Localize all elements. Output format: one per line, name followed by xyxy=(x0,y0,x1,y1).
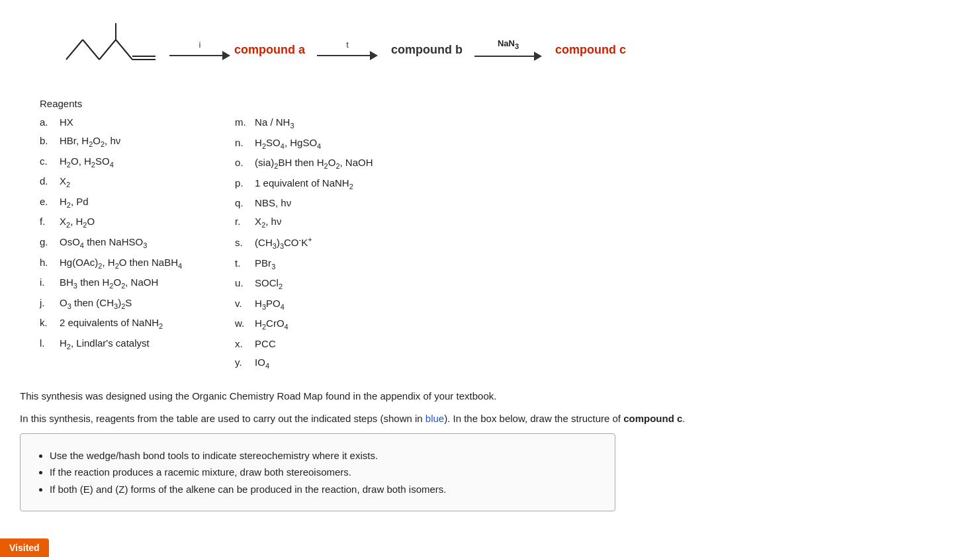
reagent-row: v.H3PO4 xyxy=(235,296,373,314)
reagent-letter: q. xyxy=(235,195,249,211)
nan3-label: NaN3 xyxy=(498,38,519,50)
reagent-row: g.OsO4 then NaHSO3 xyxy=(40,234,182,252)
svg-line-0 xyxy=(66,40,83,60)
reagents-right-col: m.Na / NH3n.H2SO4, HgSO4o.(sia)2BH then … xyxy=(235,114,373,372)
reagents-section: Reagents a.HXb.HBr, H2O2, hνc.H2O, H2SO4… xyxy=(40,98,960,372)
reagent-text: H2SO4, HgSO4 xyxy=(255,135,321,153)
reagent-letter: e. xyxy=(40,194,54,210)
reagent-letter: m. xyxy=(235,114,249,130)
reagent-letter: r. xyxy=(235,214,249,230)
reagent-row: q.NBS, hν xyxy=(235,195,373,211)
reagent-letter: j. xyxy=(40,295,54,311)
reagent-row: p.1 equivalent of NaNH2 xyxy=(235,175,373,193)
reagent-row: m.Na / NH3 xyxy=(235,114,373,132)
reagent-text: X2, H2O xyxy=(60,214,95,232)
reagents-title: Reagents xyxy=(40,98,960,109)
reagent-text: H2O, H2SO4 xyxy=(60,153,114,171)
reagent-row: e.H2, Pd xyxy=(40,194,182,212)
reagent-text: HX xyxy=(60,114,73,130)
compound-b-label: compound b xyxy=(391,43,463,57)
reagent-text: H2CrO4 xyxy=(255,316,289,333)
reagent-row: x.PCC xyxy=(235,336,373,352)
compound-c-label: compound c xyxy=(555,43,626,57)
visited-badge: Visited xyxy=(0,538,49,557)
reagent-text: (sia)2BH then H2O2, NaOH xyxy=(255,155,373,173)
draw-instruction: If the reaction produces a racemic mixtu… xyxy=(50,464,599,481)
reagent-row: s.(CH3)3CO-K+ xyxy=(235,234,373,253)
reagent-letter: h. xyxy=(40,255,54,271)
reagents-columns: a.HXb.HBr, H2O2, hνc.H2O, H2SO4d.X2e.H2,… xyxy=(40,114,960,372)
reagent-letter: x. xyxy=(235,336,249,352)
reagent-text: X2, hν xyxy=(255,214,281,232)
reagent-letter: c. xyxy=(40,153,54,169)
reagent-row: t.PBr3 xyxy=(235,255,373,273)
svg-line-3 xyxy=(116,40,132,60)
description2: In this synthesis, reagents from the tab… xyxy=(20,411,960,427)
starting-molecule xyxy=(60,20,165,79)
reagent-text: (CH3)3CO-K+ xyxy=(255,234,312,253)
reagent-row: a.HX xyxy=(40,114,182,130)
reagent-letter: l. xyxy=(40,335,54,351)
reagent-letter: i. xyxy=(40,275,54,290)
arrow-t: t xyxy=(317,40,378,60)
reagent-row: l.H2, Lindlar's catalyst xyxy=(40,335,182,353)
desc2-end: ). In the box below, draw the structure … xyxy=(444,413,623,424)
svg-line-2 xyxy=(99,40,116,60)
reagent-letter: s. xyxy=(235,235,249,251)
draw-instruction: Use the wedge/hash bond tools to indicat… xyxy=(50,447,599,464)
reagent-row: r.X2, hν xyxy=(235,214,373,232)
step-i-label: i xyxy=(199,40,201,50)
reagent-letter: n. xyxy=(235,135,249,151)
reagent-letter: a. xyxy=(40,114,54,130)
reagent-letter: k. xyxy=(40,315,54,331)
reagent-row: h.Hg(OAc)2, H2O then NaBH4 xyxy=(40,255,182,273)
reagent-row: c.H2O, H2SO4 xyxy=(40,153,182,171)
compound-a-label: compound a xyxy=(234,43,305,57)
reagent-text: H3PO4 xyxy=(255,296,285,314)
reagent-text: PCC xyxy=(255,336,276,352)
reagent-row: i.BH3 then H2O2, NaOH xyxy=(40,275,182,292)
reagent-text: HBr, H2O2, hν xyxy=(60,133,120,151)
desc2-period: . xyxy=(682,413,685,424)
reagent-row: u.SOCl2 xyxy=(235,275,373,293)
desc2-blue: blue xyxy=(425,413,444,424)
reagent-letter: p. xyxy=(235,175,249,191)
reagent-text: SOCl2 xyxy=(255,275,283,293)
desc2-start: In this synthesis, reagents from the tab… xyxy=(20,413,425,424)
reagent-text: BH3 then H2O2, NaOH xyxy=(60,275,158,292)
reagent-text: Na / NH3 xyxy=(255,114,294,132)
reagent-letter: w. xyxy=(235,316,249,331)
reagent-text: X2 xyxy=(60,173,70,191)
reagent-letter: b. xyxy=(40,133,54,149)
reagent-row: b.HBr, H2O2, hν xyxy=(40,133,182,151)
reagent-row: k.2 equivalents of NaNH2 xyxy=(40,315,182,333)
arrow-i: i xyxy=(169,40,230,60)
reagent-text: H2, Pd xyxy=(60,194,89,212)
reagent-text: 2 equivalents of NaNH2 xyxy=(60,315,163,333)
reagent-row: f.X2, H2O xyxy=(40,214,182,232)
reagent-row: j.O3 then (CH3)2S xyxy=(40,295,182,313)
reaction-scheme: i compound a t compound b NaN3 compound … xyxy=(20,20,960,79)
reagent-row: n.H2SO4, HgSO4 xyxy=(235,135,373,153)
reagent-row: y.IO4 xyxy=(235,355,373,372)
draw-box: Use the wedge/hash bond tools to indicat… xyxy=(20,433,615,512)
reagent-row: d.X2 xyxy=(40,173,182,191)
reagent-letter: y. xyxy=(235,355,249,370)
reagent-text: H2, Lindlar's catalyst xyxy=(60,335,150,353)
reagent-text: 1 equivalent of NaNH2 xyxy=(255,175,353,193)
reagent-row: w.H2CrO4 xyxy=(235,316,373,333)
reagent-letter: v. xyxy=(235,296,249,312)
reagent-letter: f. xyxy=(40,214,54,230)
reagent-letter: o. xyxy=(235,155,249,171)
reagent-row: o.(sia)2BH then H2O2, NaOH xyxy=(235,155,373,173)
step-t-label: t xyxy=(346,40,349,50)
arrow-nan3: NaN3 xyxy=(474,38,542,61)
reagent-text: NBS, hν xyxy=(255,195,291,211)
desc2-bold: compound c xyxy=(623,413,682,424)
draw-instructions-list: Use the wedge/hash bond tools to indicat… xyxy=(36,447,599,498)
reagents-left-col: a.HXb.HBr, H2O2, hνc.H2O, H2SO4d.X2e.H2,… xyxy=(40,114,182,372)
reagent-text: Hg(OAc)2, H2O then NaBH4 xyxy=(60,255,182,273)
svg-line-1 xyxy=(83,40,99,60)
draw-instruction: If both (E) and (Z) forms of the alkene … xyxy=(50,481,599,498)
description1: This synthesis was designed using the Or… xyxy=(20,388,960,404)
